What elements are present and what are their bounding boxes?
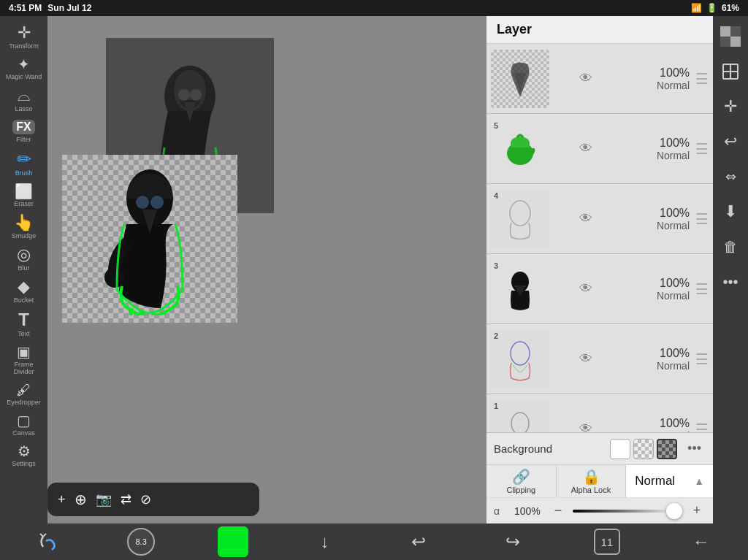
camera-btn[interactable]: 📷 (96, 491, 112, 507)
layer-row-4[interactable]: 4 👁 100% Normal ☰ (486, 184, 713, 254)
alpha-lock-icon: 🔒 (582, 468, 600, 486)
eye-icon-5[interactable]: 👁 (579, 141, 592, 156)
layer-thumbnail-4: 4 (491, 190, 549, 248)
alpha-thumb[interactable] (666, 503, 682, 519)
layer-row-3[interactable]: 3 👁 100% Normal ☰ (486, 254, 713, 324)
download-btn[interactable]: ⬇ (716, 197, 745, 226)
tool-settings[interactable]: ⚙ Settings (2, 441, 46, 470)
battery-icon: 🔋 (706, 3, 717, 13)
svg-point-22 (511, 342, 530, 365)
tool-smudge[interactable]: 👆 Smudge (2, 212, 46, 242)
flip-horizontal-btn[interactable]: ⇄ (121, 491, 131, 507)
tool-filter[interactable]: FX Filter (2, 117, 46, 146)
alpha-lock-btn[interactable]: 🔒 Alpha Lock (557, 465, 627, 497)
layer-3-number: 3 (494, 261, 498, 270)
drag-handle-2[interactable]: ☰ (695, 350, 709, 368)
bg-swatch-checker[interactable] (633, 439, 654, 459)
brush-size-btn[interactable]: 8.3 (123, 527, 159, 556)
tool-eraser-label: Eraser (14, 200, 34, 207)
layer-row-top[interactable]: 👁 100% Normal ☰ (486, 44, 713, 114)
canvas-icon: ▢ (17, 413, 31, 428)
alpha-value: 100% (514, 505, 543, 517)
mini-canvas-bar: + ⊕ 📷 ⇄ ⊘ (47, 483, 259, 516)
tool-transform[interactable]: ✛ Transform (2, 22, 46, 53)
clipping-btn[interactable]: 🔗 Clipping (486, 465, 557, 497)
eye-icon-3[interactable]: 👁 (579, 281, 592, 296)
tool-canvas[interactable]: ▢ Canvas (2, 410, 46, 440)
arrow-down-btn[interactable]: ↓ (308, 527, 343, 556)
svg-rect-2 (730, 26, 741, 37)
selection-btn[interactable]: ⊘ (140, 491, 151, 507)
tool-transform-label: Transform (9, 42, 39, 50)
eye-icon-2[interactable]: 👁 (579, 351, 592, 367)
color-swatch-btn[interactable] (218, 526, 248, 557)
tool-eyedropper[interactable]: 🖋 Eyedropper (2, 380, 46, 409)
alpha-plus-btn[interactable]: + (688, 503, 706, 518)
tool-eraser[interactable]: ⬜ Eraser (2, 181, 46, 210)
duplicate-layer-btn[interactable]: ⊕ (75, 491, 87, 508)
redo-btn[interactable]: ↪ (495, 527, 530, 556)
layer-row-1[interactable]: 1 👁 100% Normal ☰ (486, 394, 713, 432)
drag-handle-5[interactable]: ☰ (695, 140, 709, 158)
layer-thumbnail-2: 2 (491, 330, 549, 388)
layer-blend-4: Normal (657, 220, 690, 231)
tool-text[interactable]: T Text (2, 308, 46, 340)
resize-btn[interactable]: ⇔ (716, 162, 745, 191)
svg-point-13 (104, 267, 125, 288)
svg-rect-1 (730, 37, 741, 47)
bg-menu-btn[interactable]: ••• (683, 440, 706, 458)
checkerboard-icon-btn[interactable] (716, 22, 745, 51)
blend-chevron-icon: ▲ (694, 475, 704, 487)
tool-bucket-label: Bucket (14, 296, 34, 304)
bg-swatch-checker-dark[interactable] (657, 439, 677, 459)
tool-bucket[interactable]: ◆ Bucket (2, 276, 46, 307)
layers-count-btn[interactable]: 11 (589, 527, 625, 556)
layer-blend-2: Normal (657, 360, 690, 372)
tool-text-label: Text (18, 330, 30, 337)
magic-wand-icon: ✦ (18, 57, 30, 72)
svg-rect-0 (720, 26, 730, 37)
alpha-slider[interactable] (573, 510, 682, 513)
layer-opacity-2: 100% (660, 347, 690, 360)
brush-size-value: 8.3 (135, 537, 146, 546)
add-layer-btn[interactable]: + (58, 492, 66, 507)
bg-swatch-white[interactable] (610, 439, 630, 459)
layer-list: 👁 100% Normal ☰ 5 (486, 44, 713, 432)
background-label: Background (494, 442, 604, 455)
blend-mode-select[interactable]: Normal ▲ (626, 465, 713, 497)
tool-canvas-label: Canvas (12, 429, 35, 437)
eye-icon-top[interactable]: 👁 (579, 71, 592, 86)
undo-brush-btn[interactable] (29, 527, 64, 556)
filter-icon: FX (12, 120, 34, 134)
layer-row-2[interactable]: 2 👁 100% Normal ☰ (486, 324, 713, 394)
tool-brush[interactable]: ✏ Brush (2, 147, 46, 180)
alpha-minus-btn[interactable]: − (549, 503, 567, 518)
layers-count-display: 11 (594, 529, 620, 555)
drag-handle-3[interactable]: ☰ (695, 280, 709, 298)
left-toolbar: ✛ Transform ✦ Magic Wand ⌓ Lasso FX Filt… (0, 16, 47, 523)
eye-icon-1[interactable]: 👁 (579, 421, 592, 432)
tool-lasso[interactable]: ⌓ Lasso (2, 85, 46, 115)
brush-icon: ✏ (17, 150, 31, 168)
flip-btn[interactable]: ↩ (716, 127, 745, 156)
tool-magic-wand[interactable]: ✦ Magic Wand (2, 54, 46, 83)
drag-handle-4[interactable]: ☰ (695, 210, 709, 228)
svg-point-15 (150, 196, 164, 209)
layer-row-5[interactable]: 5 👁 100% Normal ☰ (486, 114, 713, 184)
layers-arrange-btn[interactable] (716, 57, 745, 86)
delete-btn[interactable]: 🗑 (716, 232, 745, 261)
drag-handle-1[interactable]: ☰ (695, 421, 709, 433)
more-btn[interactable]: ••• (716, 267, 745, 296)
back-btn[interactable]: ← (684, 527, 719, 556)
layer-blend-row: 🔗 Clipping 🔒 Alpha Lock Normal ▲ (486, 465, 713, 497)
tool-frame-divider[interactable]: ▣ Frame Divider (2, 342, 46, 378)
layer-panel: Layer 👁 100% Normal ☰ (486, 16, 713, 523)
undo-btn[interactable]: ↩ (401, 527, 436, 556)
drag-handle-top[interactable]: ☰ (695, 70, 709, 88)
svg-rect-4 (723, 64, 730, 72)
move-btn[interactable]: ✛ (716, 92, 745, 121)
tool-blur[interactable]: ◎ Blur (2, 244, 46, 275)
eye-icon-4[interactable]: 👁 (579, 211, 592, 226)
alpha-row: α 100% − + (486, 497, 713, 523)
layer-thumbnail-5: 5 (491, 120, 549, 178)
